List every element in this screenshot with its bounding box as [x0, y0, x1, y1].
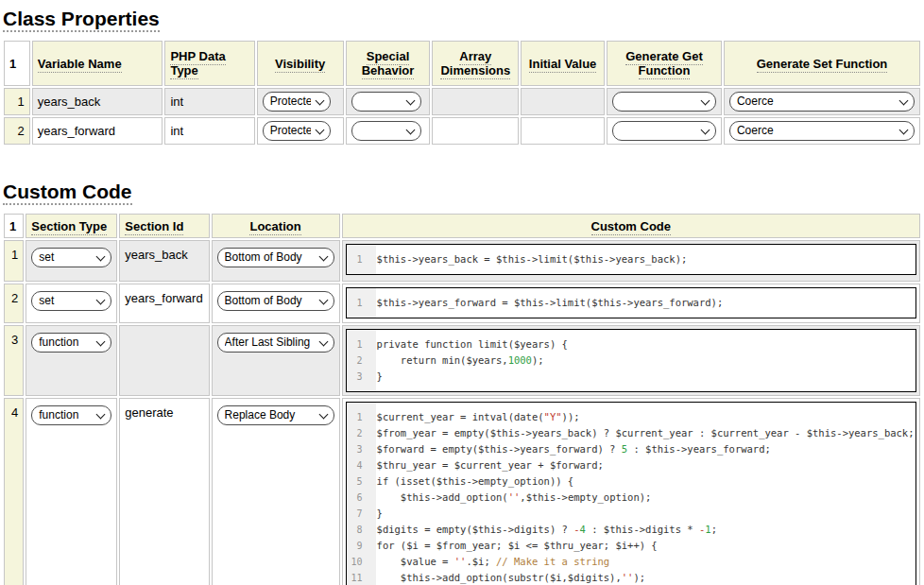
code-line: 11 $this->add_option(substr($i,$digits),… [347, 570, 915, 585]
initial-value-cell [521, 88, 605, 115]
code-text: } [377, 508, 383, 519]
code-editor[interactable]: 1private function limit($years) {2 retur… [346, 329, 916, 392]
row-number: 2 [4, 284, 24, 323]
line-number: 6 [347, 490, 369, 506]
col-visibility: Visibility [257, 41, 344, 86]
code-line: 9for ($i = $from_year; $i <= $thru_year;… [347, 538, 915, 554]
visibility-select[interactable]: Protected [263, 121, 331, 141]
table-row: 1 set years_back Bottom of Body 1$this->… [4, 240, 920, 282]
class-properties-header-row: 1 Variable Name PHP Data Type Visibility… [4, 41, 920, 86]
code-text: $this->add_option('',$this->empty_option… [377, 491, 652, 503]
section-id-cell [119, 325, 209, 396]
location-select[interactable]: Bottom of Body [217, 291, 334, 311]
code-line: 8$digits = empty($this->digits) ? -4 : $… [347, 522, 915, 538]
code-line: 6 $this->add_option('',$this->empty_opti… [347, 490, 915, 506]
class-properties-table: 1 Variable Name PHP Data Type Visibility… [2, 39, 922, 146]
code-text: for ($i = $from_year; $i <= $thru_year; … [377, 540, 658, 551]
code-text: $from_year = empty($this->years_back) ? … [377, 427, 915, 439]
location-select[interactable]: After Last Sibling [217, 333, 334, 353]
col-php-data-type: PHP Data Type [164, 41, 254, 86]
generate-get-select[interactable] [612, 92, 716, 112]
row-number: 1 [4, 88, 30, 115]
col-array-dimensions: Array Dimensions [432, 41, 519, 86]
col-generate-set: Generate Set Function [724, 41, 920, 86]
code-text: $this->add_option(substr($i,$digits),'')… [377, 572, 646, 583]
special-behavior-select[interactable] [351, 92, 421, 112]
variable-name-cell: years_forward [32, 117, 163, 145]
class-properties-title: Class Properties [3, 8, 922, 30]
section-id-cell: years_forward [119, 284, 209, 323]
php-data-type-cell: int [164, 88, 254, 115]
row-number: 1 [4, 240, 24, 282]
code-line: 10 $value = ''.$i; // Make it a string [347, 554, 915, 570]
table-row: 2 set years_forward Bottom of Body 1$thi… [4, 284, 920, 323]
code-text: return min($years,1000); [377, 354, 544, 366]
section-id-cell: generate [119, 398, 209, 585]
code-text: $digits = empty($this->digits) ? -4 : $t… [377, 524, 717, 535]
location-select[interactable]: Replace Body [217, 405, 334, 425]
row-number: 2 [4, 117, 30, 145]
line-number: 10 [347, 554, 369, 570]
line-number: 7 [347, 506, 369, 522]
code-editor[interactable]: 1$current_year = intval(date("Y"));2$fro… [346, 402, 916, 585]
generate-get-select[interactable] [612, 121, 716, 141]
code-editor[interactable]: 1$this->years_forward = $this->limit($th… [346, 287, 916, 318]
line-number: 9 [347, 538, 369, 554]
code-text: $this->years_forward = $this->limit($thi… [377, 297, 724, 308]
code-text: } [377, 370, 383, 382]
code-text: $thru_year = $current_year + $forward; [377, 459, 604, 471]
line-number: 3 [347, 369, 369, 385]
col-generate-get: Generate Get Function [607, 41, 722, 86]
line-number: 1 [347, 295, 369, 311]
code-text: $current_year = intval(date("Y")); [377, 411, 580, 422]
section-type-select[interactable]: function [31, 405, 111, 425]
variable-name-cell: years_back [32, 88, 163, 115]
line-number: 8 [347, 522, 369, 538]
col-variable-name: Variable Name [32, 41, 163, 86]
code-editor[interactable]: 1$this->years_back = $this->limit($this-… [346, 244, 916, 275]
php-data-type-cell: int [164, 117, 254, 145]
line-number: 1 [347, 336, 369, 353]
array-dimensions-cell [432, 88, 519, 115]
line-number: 3 [347, 441, 369, 457]
section-id-cell: years_back [119, 240, 209, 282]
class-properties-section: Class Properties 1 Variable Name PHP Dat… [2, 8, 922, 146]
section-type-select[interactable]: function [31, 333, 111, 353]
section-type-select[interactable]: set [31, 248, 111, 267]
page: Class Properties 1 Variable Name PHP Dat… [0, 0, 924, 585]
code-line: 5if (isset($this->empty_option)) { [347, 473, 915, 490]
code-line: 2 return min($years,1000); [347, 353, 915, 369]
code-text: $this->years_back = $this->limit($this->… [377, 253, 688, 265]
table-row: 4 function generate Replace Body 1$curre… [4, 398, 920, 585]
col-custom-code: Custom Code [342, 214, 920, 238]
line-number: 2 [347, 425, 369, 441]
section-type-select[interactable]: set [31, 291, 111, 311]
code-line: 1private function limit($years) { [347, 336, 915, 353]
row-number: 3 [4, 325, 24, 396]
code-line: 1$current_year = intval(date("Y")); [347, 409, 915, 425]
code-line: 4$thru_year = $current_year + $forward; [347, 457, 915, 473]
table-row: 2 years_forward int Protected Coerce [4, 117, 920, 145]
col-location: Location [212, 214, 340, 238]
generate-set-select[interactable]: Coerce [729, 121, 915, 141]
custom-code-table: 1 Section Type Section Id Location Custo… [2, 212, 922, 585]
custom-code-header-row: 1 Section Type Section Id Location Custo… [4, 214, 920, 238]
table-row: 1 years_back int Protected Coerce [4, 88, 920, 115]
line-number: 1 [347, 251, 369, 267]
generate-set-select[interactable]: Coerce [729, 92, 915, 112]
visibility-select[interactable]: Protected [263, 92, 331, 112]
custom-code-title: Custom Code [3, 181, 922, 203]
code-line: 1$this->years_forward = $this->limit($th… [347, 295, 915, 311]
line-number: 1 [347, 409, 369, 425]
code-text: private function limit($years) { [377, 338, 568, 350]
col-special-behavior: Special Behavior [346, 41, 431, 86]
line-number: 4 [347, 457, 369, 473]
line-number: 5 [347, 473, 369, 490]
array-dimensions-cell [432, 117, 519, 145]
col-section-type: Section Type [26, 214, 117, 238]
location-select[interactable]: Bottom of Body [217, 248, 334, 267]
special-behavior-select[interactable] [351, 121, 421, 141]
line-number: 11 [347, 570, 369, 585]
initial-value-cell [521, 117, 605, 145]
row-index-corner: 1 [4, 41, 30, 86]
